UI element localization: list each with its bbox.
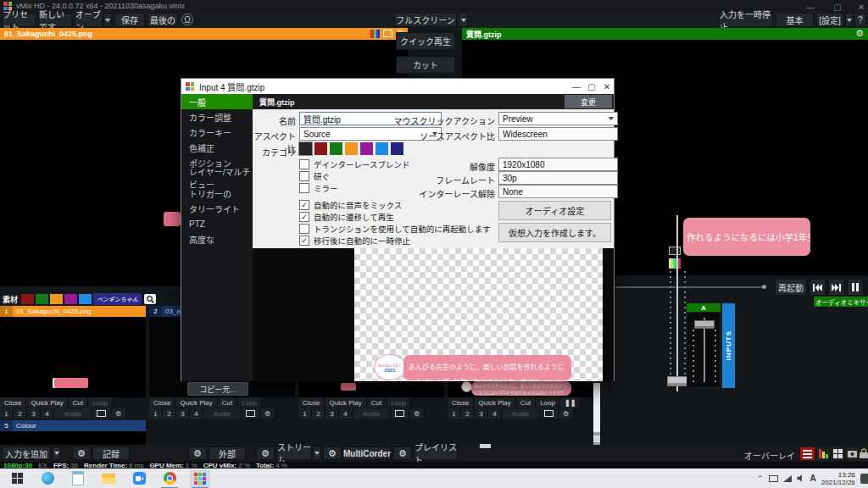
file-explorer-icon[interactable] xyxy=(98,470,119,487)
loop-button[interactable]: Loop xyxy=(536,397,560,408)
headphones-icon[interactable]: Ω xyxy=(181,14,193,25)
record-button[interactable]: 記録 xyxy=(92,446,130,460)
external-gear-icon[interactable]: ⚙ xyxy=(188,446,207,460)
settings-button[interactable]: [設定] xyxy=(816,13,843,27)
position-bar[interactable] xyxy=(615,286,765,288)
audio-button[interactable]: Audio xyxy=(54,408,92,419)
program-gear-icon[interactable]: ⚙ xyxy=(855,29,864,38)
fullscreen-monitor-icon[interactable] xyxy=(391,408,409,419)
external-button[interactable]: 外部 xyxy=(209,446,246,460)
close-button[interactable]: Close xyxy=(149,397,175,408)
qp-button[interactable]: Quick Play xyxy=(26,397,68,408)
dialog-titlebar[interactable]: Input 4 質問.gtzip — ▢ ✕ xyxy=(181,79,614,94)
add-input-dropdown-icon[interactable] xyxy=(53,446,61,460)
overlay-number-button[interactable]: 1 xyxy=(149,408,163,419)
overlay-menu-icon[interactable] xyxy=(800,447,815,460)
zoom-app-icon[interactable] xyxy=(129,470,149,487)
category-color-swatch[interactable] xyxy=(376,142,388,155)
loop-button[interactable]: Loop xyxy=(387,397,411,408)
inputs-scrollbar[interactable] xyxy=(593,383,600,445)
material-filter-button[interactable]: ペンギンちゃん xyxy=(93,293,142,305)
program-titlebar[interactable]: 質問.gtzip ⚙ xyxy=(462,28,868,40)
tbar-monitor-icon[interactable] xyxy=(669,247,681,255)
cut-button[interactable]: Cut xyxy=(367,397,387,408)
material-color-swatch[interactable] xyxy=(79,294,92,304)
category-color-swatch[interactable] xyxy=(391,142,403,155)
preview-titlebar[interactable]: 01_Sakaguchi_0425.png ⚙ xyxy=(0,28,408,40)
taskbar-clock[interactable]: 13:262021/12/26 xyxy=(821,471,855,486)
settings-dropdown-icon[interactable] xyxy=(845,13,853,27)
add-input-button[interactable]: 入力を追加 xyxy=(2,446,51,460)
dialog-tab[interactable]: カラーキー xyxy=(181,125,253,140)
quick-play-button[interactable]: クイック再生 xyxy=(396,32,455,50)
overlay-number-button[interactable]: 3 xyxy=(326,408,339,419)
fullscreen-monitor-icon[interactable] xyxy=(242,408,260,419)
tbar-handle[interactable] xyxy=(667,376,688,386)
copy-from-button[interactable]: コピー元... xyxy=(187,382,248,396)
checkbox[interactable]: ✓ xyxy=(299,200,309,210)
category-color-swatch[interactable] xyxy=(330,142,342,155)
fullscreen-monitor-icon[interactable] xyxy=(92,408,111,419)
overlay-number-button[interactable]: 4 xyxy=(41,408,54,419)
material-color-swatch[interactable] xyxy=(50,294,63,304)
inputs-tab[interactable]: INPUTS xyxy=(722,303,735,388)
qp-button[interactable]: Quick Play xyxy=(175,397,217,408)
new-button[interactable]: 新しいです xyxy=(38,13,72,27)
overlay-number-button[interactable]: 4 xyxy=(190,408,203,419)
input1-titlebar[interactable]: 1 01_Sakaguchi_0425.png xyxy=(0,306,146,317)
overlay-number-button[interactable]: 3 xyxy=(27,408,41,419)
dialog-close-icon[interactable]: ✕ xyxy=(600,80,614,93)
close-button[interactable]: Close xyxy=(0,397,26,408)
lock-icon[interactable] xyxy=(860,447,868,460)
position-handle[interactable] xyxy=(762,285,766,289)
checkbox[interactable] xyxy=(299,183,309,193)
save-button[interactable]: 保存 xyxy=(114,13,145,27)
search-icon[interactable] xyxy=(144,294,156,304)
stream-gear-icon[interactable]: ⚙ xyxy=(256,446,275,460)
dialog-tab[interactable]: レイヤー/マルチビュー xyxy=(181,170,253,186)
fullscreen-monitor-icon[interactable] xyxy=(540,408,559,419)
input-gear-icon[interactable]: ⚙ xyxy=(111,408,126,419)
preset-button[interactable]: プリセット xyxy=(2,13,36,27)
dialog-tab[interactable]: タリーライト xyxy=(181,201,253,216)
tray-chevron-icon[interactable]: ⌃ xyxy=(757,474,764,483)
change-button[interactable]: 変更 xyxy=(565,95,612,108)
close-button[interactable]: Close xyxy=(298,397,325,408)
overlay-number-button[interactable]: 4 xyxy=(339,408,353,419)
qp-button[interactable]: Quick Play xyxy=(474,397,515,408)
stream-dropdown-icon[interactable] xyxy=(313,446,321,460)
checkbox[interactable]: ✓ xyxy=(299,212,309,222)
dialog-maximize-icon[interactable]: ▢ xyxy=(585,80,598,93)
input-gear-icon[interactable]: ⚙ xyxy=(260,408,275,419)
audio-settings-button[interactable]: オーディオ設定 xyxy=(498,201,611,220)
edge-icon[interactable] xyxy=(37,470,58,487)
audio-mixer-label[interactable]: オーディオミキサー xyxy=(814,297,868,307)
cut-button[interactable]: Cut xyxy=(218,397,237,408)
start-button[interactable] xyxy=(7,470,27,487)
skip-start-icon[interactable] xyxy=(810,279,826,296)
checkbox[interactable] xyxy=(299,224,309,234)
cut-button[interactable]: Cut xyxy=(516,397,536,408)
multiview-grid-icon[interactable] xyxy=(832,447,844,460)
audio-button[interactable]: Audio xyxy=(203,408,242,419)
record-gear-icon[interactable]: ⚙ xyxy=(72,446,91,460)
help-button[interactable]: ? xyxy=(854,13,866,27)
last-button[interactable]: 最後の xyxy=(147,13,178,27)
checkbox[interactable] xyxy=(299,159,309,169)
category-color-swatch[interactable] xyxy=(360,142,373,155)
loop-button[interactable]: Loop xyxy=(237,397,262,408)
material-color-swatch[interactable] xyxy=(36,294,48,304)
skip-end-icon[interactable] xyxy=(828,279,844,296)
cut-button[interactable]: カット xyxy=(396,56,455,74)
category-color-swatch[interactable] xyxy=(314,142,327,155)
ime-indicator[interactable]: A xyxy=(810,474,816,483)
audio-button[interactable]: Audio xyxy=(502,408,540,419)
chrome-icon[interactable] xyxy=(159,470,180,487)
audio-levels-icon[interactable] xyxy=(817,447,830,460)
dialog-tab[interactable]: 色補正 xyxy=(181,140,253,155)
input-gear-icon[interactable]: ⚙ xyxy=(559,408,574,419)
notification-center-icon[interactable]: 3 xyxy=(860,474,868,484)
playlist-gear-icon[interactable]: ⚙ xyxy=(393,446,412,460)
snapshot-icon[interactable] xyxy=(846,447,859,460)
overlay-number-button[interactable]: 2 xyxy=(163,408,176,419)
